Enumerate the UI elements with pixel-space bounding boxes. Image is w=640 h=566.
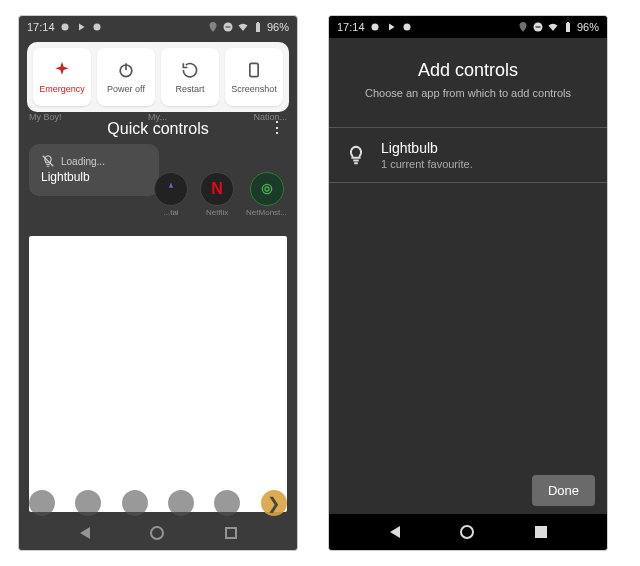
navigation-bar	[329, 514, 607, 550]
home-button[interactable]	[460, 525, 474, 539]
power-off-label: Power off	[107, 84, 145, 94]
power-off-button[interactable]: Power off	[97, 48, 155, 106]
dnd-icon	[222, 21, 234, 33]
svg-point-0	[61, 24, 68, 31]
tile-name: Lightbulb	[41, 170, 147, 184]
background-app-icons: ...tal NNetflix NetMonst...	[154, 172, 287, 217]
svg-rect-8	[250, 63, 258, 76]
blank-panel	[29, 236, 287, 512]
netmonster-icon	[250, 172, 284, 206]
emergency-icon	[52, 60, 72, 80]
play-icon	[75, 21, 87, 33]
app-dot-icon	[369, 21, 381, 33]
ghost-dock-icon	[29, 490, 55, 516]
quick-controls-title: Quick controls	[107, 120, 208, 138]
status-battery: 96%	[267, 21, 289, 33]
back-button[interactable]	[80, 527, 90, 539]
status-bar: 17:14 96%	[329, 16, 607, 38]
svg-point-12	[371, 24, 378, 31]
add-controls-title: Add controls	[329, 60, 607, 81]
screenshot-button[interactable]: Screenshot	[225, 48, 283, 106]
app-dot-icon	[401, 21, 413, 33]
status-time: 17:14	[337, 21, 365, 33]
ghost-dock-icon	[214, 490, 240, 516]
home-button[interactable]	[150, 526, 164, 540]
recents-button[interactable]	[535, 526, 547, 538]
app-item-lightbulb[interactable]: Lightbulb 1 current favourite.	[329, 127, 607, 183]
wifi-icon	[547, 21, 559, 33]
location-off-icon	[207, 21, 219, 33]
netflix-icon: N	[200, 172, 234, 206]
back-button[interactable]	[390, 526, 400, 538]
done-button[interactable]: Done	[532, 475, 595, 506]
svg-point-10	[262, 184, 271, 193]
lightbulb-off-icon	[41, 154, 55, 168]
tile-status: Loading...	[61, 156, 105, 167]
svg-rect-17	[567, 22, 569, 23]
ghost-dock-arrow-icon: ❯	[261, 490, 287, 516]
overflow-menu-icon[interactable]: ⋮	[269, 120, 285, 136]
ghost-dock-icon	[122, 490, 148, 516]
location-off-icon	[517, 21, 529, 33]
svg-rect-3	[225, 27, 230, 28]
control-tile-lightbulb[interactable]: Loading... Lightbulb	[29, 144, 159, 196]
emergency-label: Emergency	[39, 84, 85, 94]
controls-app-list: Lightbulb 1 current favourite.	[329, 127, 607, 183]
power-icon	[116, 60, 136, 80]
svg-rect-5	[257, 22, 259, 23]
ghost-app-icon	[154, 172, 188, 206]
status-bar: 17:14 96%	[19, 16, 297, 38]
svg-rect-15	[535, 27, 540, 28]
svg-point-9	[265, 187, 269, 191]
battery-icon	[252, 21, 264, 33]
app-dot-icon	[91, 21, 103, 33]
app-dot-icon	[59, 21, 71, 33]
screenshot-icon	[244, 60, 264, 80]
recents-button[interactable]	[225, 527, 237, 539]
restart-button[interactable]: Restart	[161, 48, 219, 106]
status-battery: 96%	[577, 21, 599, 33]
ghost-dock-icon	[168, 490, 194, 516]
power-menu: Emergency Power off Restart Screenshot	[27, 42, 289, 112]
dnd-icon	[532, 21, 544, 33]
add-controls-subtitle: Choose an app from which to add controls	[329, 87, 607, 99]
svg-rect-4	[256, 23, 260, 32]
add-controls-header: Add controls Choose an app from which to…	[329, 60, 607, 99]
ghost-dock-icon	[75, 490, 101, 516]
quick-controls-header: Quick controls ⋮	[19, 120, 297, 138]
screenshot-label: Screenshot	[231, 84, 277, 94]
play-icon	[385, 21, 397, 33]
navigation-bar	[19, 516, 297, 550]
phone-right: 17:14 96% Add controls Choose an app fro…	[328, 15, 608, 551]
app-item-subtitle: 1 current favourite.	[381, 158, 473, 170]
dock-ghost-icons: ❯	[19, 486, 297, 520]
restart-label: Restart	[175, 84, 204, 94]
app-item-title: Lightbulb	[381, 140, 473, 156]
restart-icon	[180, 60, 200, 80]
emergency-button[interactable]: Emergency	[33, 48, 91, 106]
svg-point-1	[93, 24, 100, 31]
battery-icon	[562, 21, 574, 33]
phone-left: 17:14 96% My Boy! My... Nation... Emerge…	[18, 15, 298, 551]
svg-rect-16	[566, 23, 570, 32]
wifi-icon	[237, 21, 249, 33]
svg-point-13	[403, 24, 410, 31]
lightbulb-icon	[345, 144, 367, 166]
status-time: 17:14	[27, 21, 55, 33]
